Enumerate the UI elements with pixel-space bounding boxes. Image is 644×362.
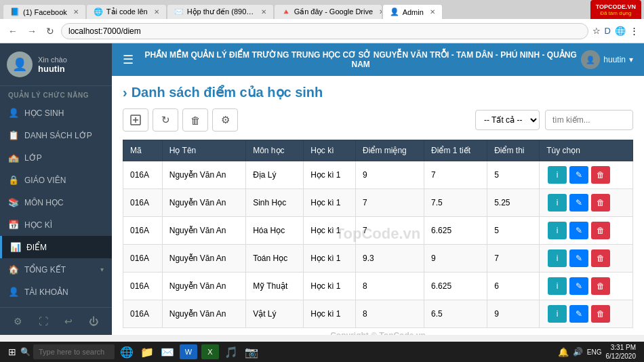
tab-favicon: 👤 [390, 7, 399, 16]
sidebar-item-hoc-sinh[interactable]: 👤 HỌC SINH [0, 102, 112, 124]
extensions-icon[interactable]: D [605, 26, 611, 36]
topcode-logo: TOPCODE.VN Đã tám dụng [590, 0, 641, 19]
bookmark-icon[interactable]: ☆ [592, 26, 601, 36]
sidebar-item-hoc-ki[interactable]: 📅 HỌC KÌ [0, 214, 112, 236]
cell-ma: 016A [123, 189, 163, 217]
delete-row-button[interactable]: 🗑 [591, 305, 610, 323]
sidebar-item-label: MÔN HỌC [24, 198, 104, 207]
cell-diem-thi: 7 [487, 245, 540, 273]
cell-ho-ten: Nguyễn Văn An [162, 189, 245, 217]
info-button[interactable]: i [548, 222, 567, 239]
sidebar-item-label: GIÁO VIÊN [24, 176, 104, 185]
table-row: 016A Nguyễn Văn An Toán Học Học kì 1 9.3… [123, 245, 633, 273]
cell-action: i ✎ 🗑 [540, 245, 633, 273]
info-button[interactable]: i [548, 249, 567, 267]
tab-upload[interactable]: 🌐 Tải code lên ✕ [86, 4, 167, 19]
info-button[interactable]: i [548, 166, 567, 184]
power-icon[interactable]: ⏻ [86, 313, 101, 329]
settings-icon[interactable]: ⚙ [11, 313, 25, 329]
tab-close-icon[interactable]: ✕ [73, 8, 79, 16]
cell-ma: 016A [123, 245, 163, 273]
header-dropdown-icon[interactable]: ▾ [629, 55, 633, 64]
cell-diem-thi: 5.25 [487, 189, 540, 217]
sidebar-item-tai-khoan[interactable]: 👤 TÀI KHOẢN [0, 281, 112, 303]
info-button[interactable]: i [548, 194, 567, 212]
sidebar-item-tong-ket[interactable]: 🏠 TỔNG KẾT ▾ [0, 258, 112, 281]
cell-ho-ten: Nguyễn Văn An [162, 217, 245, 245]
tab-label: Gần đây - Google Drive [294, 7, 373, 16]
sidebar-item-label: HỌC KÌ [24, 220, 104, 230]
cell-diem-mieng: 8 [356, 273, 424, 300]
tab-label: Tải code lên [106, 7, 148, 16]
delete-row-button[interactable]: 🗑 [591, 222, 610, 239]
sidebar-item-mon-hoc[interactable]: 📚 MÔN HỌC [0, 191, 112, 214]
nav-icons: ☆ D 🌐 ⋮ [592, 26, 639, 36]
edit-button[interactable]: ✎ [569, 305, 588, 323]
sidebar-item-giao-vien[interactable]: 🔒 GIÁO VIÊN [0, 169, 112, 191]
tab-close-icon[interactable]: ✕ [154, 8, 159, 16]
add-button[interactable] [123, 108, 148, 132]
delete-button[interactable]: 🗑 [182, 108, 208, 132]
sidebar-item-diem[interactable]: 📊 ĐIỂM [0, 236, 112, 258]
delete-row-button[interactable]: 🗑 [591, 277, 610, 295]
edit-button[interactable]: ✎ [569, 194, 588, 212]
back-button[interactable]: ← [5, 24, 20, 38]
info-button[interactable]: i [548, 277, 567, 295]
sidebar-user: 👤 Xin chào huutin [0, 43, 112, 86]
tab-close-icon[interactable]: ✕ [430, 8, 435, 16]
search-input[interactable] [545, 110, 633, 130]
delete-row-button[interactable]: 🗑 [591, 166, 610, 184]
export-button[interactable]: ⚙ [212, 108, 238, 132]
export-icon: ⚙ [221, 114, 230, 126]
cell-action: i ✎ 🗑 [540, 300, 633, 328]
edit-button[interactable]: ✎ [569, 222, 588, 239]
address-bar[interactable] [61, 23, 588, 39]
back-icon[interactable]: ↩ [62, 313, 75, 329]
edit-button[interactable]: ✎ [569, 166, 588, 184]
tab-close-icon[interactable]: ✕ [261, 8, 266, 16]
tab-gmail[interactable]: ✉️ Hộp thư đến (890) - huutin12... ✕ [167, 4, 274, 19]
tab-drive[interactable]: 🔺 Gần đây - Google Drive ✕ [274, 4, 382, 19]
cell-diem-thi: 6 [487, 273, 540, 300]
hamburger-icon[interactable]: ☰ [123, 52, 134, 67]
cell-diem-1-tiet: 9 [424, 245, 487, 273]
edit-button[interactable]: ✎ [569, 249, 588, 267]
filter-select[interactable]: -- Tất cả -- [475, 110, 540, 130]
cell-diem-1-tiet: 6.625 [424, 217, 487, 245]
toolbar: ↻ 🗑 ⚙ -- Tất cả -- [123, 108, 633, 132]
col-mon-hoc: Môn học [246, 140, 304, 161]
topcode-tagline: Đã tám dụng [600, 10, 631, 16]
cell-ho-ten: Nguyễn Văn An [162, 161, 245, 189]
trash-icon: 🗑 [190, 115, 201, 126]
person-icon: 👤 [8, 108, 19, 118]
tab-close-icon[interactable]: ✕ [379, 8, 382, 16]
calendar-icon: 📅 [8, 220, 19, 230]
col-diem-thi: Điểm thi [487, 140, 540, 161]
tab-facebook[interactable]: 📘 (1) Facebook ✕ [3, 4, 86, 19]
delete-row-button[interactable]: 🗑 [591, 249, 610, 267]
user-greeting: Xin chào [38, 56, 67, 64]
delete-row-button[interactable]: 🗑 [591, 194, 610, 212]
col-hoc-ki: Học kì [304, 140, 356, 161]
copyright-text: Copyright © TopCode.vn [123, 331, 633, 335]
cell-mon-hoc: Mỹ Thuật [246, 273, 304, 300]
browser-tabs: 📘 (1) Facebook ✕ 🌐 Tải code lên ✕ ✉️ Hộp… [0, 0, 644, 19]
cell-ma: 016A [123, 217, 163, 245]
reload-button[interactable]: ↻ [43, 24, 57, 38]
edit-button[interactable]: ✎ [569, 277, 588, 295]
cell-mon-hoc: Toán Học [246, 245, 304, 273]
cell-ma: 016A [123, 300, 163, 328]
col-diem-mieng: Điểm miệng [356, 140, 424, 161]
info-button[interactable]: i [548, 305, 567, 323]
sidebar-item-lop[interactable]: 🏫 LỚP [0, 146, 112, 169]
refresh-button[interactable]: ↻ [153, 108, 178, 132]
cell-hoc-ki: Học kì 1 [304, 189, 356, 217]
menu-icon[interactable]: ⋮ [630, 26, 639, 36]
forward-button[interactable]: → [24, 24, 39, 38]
tab-admin[interactable]: 👤 Admin ✕ [382, 4, 443, 19]
sidebar-item-danh-sach-lop[interactable]: 📋 DANH SÁCH LỚP [0, 124, 112, 146]
profile-icon[interactable]: 🌐 [615, 26, 626, 36]
cell-diem-mieng: 9.3 [356, 245, 424, 273]
expand-icon[interactable]: ⛶ [36, 313, 51, 329]
cell-action: i ✎ 🗑 [540, 189, 633, 217]
